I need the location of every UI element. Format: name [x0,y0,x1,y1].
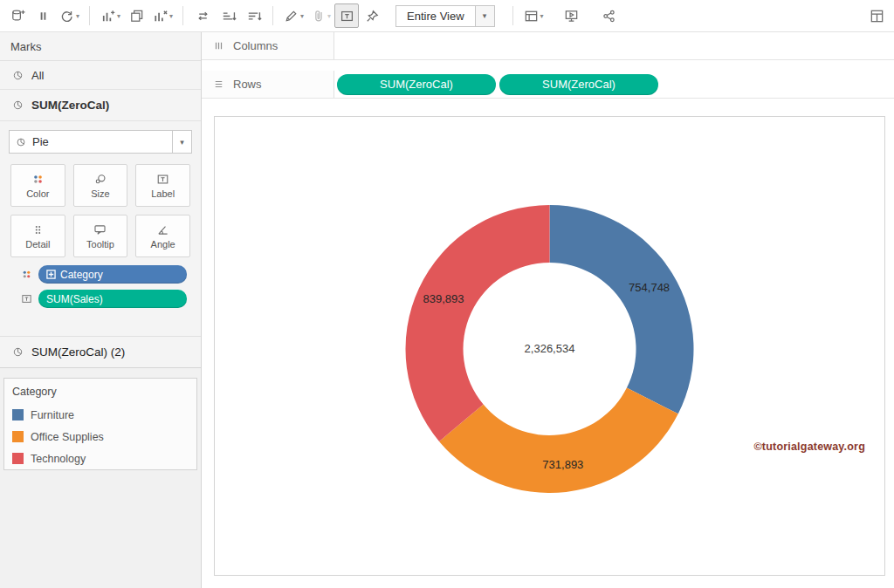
angle-button-label: Angle [151,239,175,250]
toolbar-separator [512,6,513,25]
category-pill[interactable]: Category [38,265,187,284]
highlight-icon [283,8,299,24]
detail-icon [31,222,45,237]
donut-slice-furniture[interactable] [550,205,694,414]
highlight-button[interactable]: ▾ [280,3,306,28]
marks-row-all[interactable]: All [0,61,201,90]
legend-item-label: Office Supplies [31,431,104,443]
label-button-label: Label [151,188,175,199]
marks-buttons: Color Size Label Detail Tooltip [0,164,201,257]
columns-icon [212,39,225,52]
size-button-label: Size [91,188,109,199]
chevron-down-icon: ▾ [169,12,173,20]
group-members-button[interactable]: ▾ [307,3,334,28]
chevron-down-icon: ▾ [540,12,544,20]
slice-value-label: 839,893 [423,292,464,305]
slice-value-label: 754,748 [629,281,670,294]
on-color-icon [19,268,33,281]
angle-button[interactable]: Angle [135,215,190,257]
pause-auto-updates-button[interactable] [31,3,55,28]
sort-ascending-icon [220,8,237,24]
sum-sales-pill[interactable]: SUM(Sales) [38,290,187,308]
duplicate-sheet-icon [128,8,145,24]
plus-box-icon[interactable] [46,270,56,279]
main-toolbar: ▾ ▾ ▾ ▾ ▾ Entire View ▾ [0,0,894,32]
chevron-down-icon: ▾ [76,12,79,20]
sort-ascending-button[interactable] [216,3,240,28]
donut-chart: 754,748731,893839,8932,326,534 [215,117,884,575]
color-button-label: Color [26,188,49,199]
fit-selector[interactable]: Entire View ▾ [395,5,495,27]
marks-row-all-label: All [31,69,44,82]
worksheet-area: Columns Rows SUM(ZeroCal) SUM(ZeroCal) 7… [202,32,894,588]
share-button[interactable] [597,3,622,28]
new-datasource-icon [10,8,26,24]
worksheet-canvas: 754,748731,893839,8932,326,534 ©tutorial… [214,116,885,576]
columns-shelf-label: Columns [202,32,334,59]
marks-row-sum-zerocal-2[interactable]: SUM(ZeroCal) (2) [0,336,201,367]
show-mark-labels-icon [339,8,355,24]
group-members-icon [310,8,327,24]
share-icon [601,8,617,24]
rows-icon [212,78,225,91]
clear-sheet-button[interactable]: ▾ [149,3,175,28]
pie-mark-icon [11,69,24,82]
toolbar-separator [272,6,273,25]
columns-shelf-content[interactable] [334,32,894,59]
show-mark-labels-button[interactable] [334,3,359,28]
pill-row-category: Category [19,265,187,284]
tooltip-button[interactable]: Tooltip [73,215,128,257]
mark-type-value: Pie [32,131,172,153]
clear-sheet-icon [152,8,168,24]
new-worksheet-icon [100,8,116,24]
rows-shelf[interactable]: Rows SUM(ZeroCal) SUM(ZeroCal) [202,71,894,99]
marks-card: Marks All SUM(ZeroCal) Pie ▾ [0,32,201,368]
toolbar-separator [182,6,183,25]
run-update-button[interactable]: ▾ [56,3,82,28]
rows-pill-sum-zerocal-1[interactable]: SUM(ZeroCal) [337,74,496,95]
office-supplies-swatch [12,431,24,442]
watermark: ©tutorialgateway.org [753,441,865,453]
chevron-down-icon: ▾ [327,12,331,20]
rows-shelf-content[interactable]: SUM(ZeroCal) SUM(ZeroCal) [334,71,894,98]
chevron-down-icon[interactable]: ▾ [172,131,191,153]
label-button[interactable]: Label [135,164,190,207]
marks-gap [0,311,201,336]
legend-item-furniture[interactable]: Furniture [4,404,196,426]
chevron-down-icon[interactable]: ▾ [475,6,494,26]
size-button[interactable]: Size [73,164,128,207]
donut-slice-technology[interactable] [406,205,550,441]
tooltip-icon [93,222,107,237]
legend-item-office-supplies[interactable]: Office Supplies [4,426,196,448]
angle-icon [155,222,170,237]
new-datasource-button[interactable] [5,3,30,28]
chevron-down-icon: ▾ [117,12,120,20]
new-worksheet-button[interactable]: ▾ [97,3,123,28]
chevron-down-icon: ▾ [300,12,304,20]
marks-row-sum-zerocal[interactable]: SUM(ZeroCal) [0,90,201,121]
detail-button[interactable]: Detail [10,215,65,257]
pause-auto-updates-icon [35,8,52,24]
sort-descending-button[interactable] [241,3,265,28]
rows-shelf-text: Rows [233,78,262,91]
mark-type-dropdown[interactable]: Pie ▾ [9,130,192,154]
swap-rows-columns-icon [195,8,211,24]
columns-shelf[interactable]: Columns [202,32,894,60]
show-hide-cards-button[interactable]: ▾ [520,3,547,28]
donut-center-total: 2,326,534 [525,342,575,355]
fix-axes-icon [364,8,381,24]
show-me-button[interactable] [864,3,889,28]
fix-axes-button[interactable] [360,3,384,28]
tooltip-button-label: Tooltip [86,239,114,250]
duplicate-sheet-button[interactable] [124,3,148,28]
presentation-mode-button[interactable] [560,3,584,28]
rows-pill-sum-zerocal-2[interactable]: SUM(ZeroCal) [499,74,658,95]
category-pill-label: Category [60,269,103,281]
slice-value-label: 731,893 [542,458,583,471]
color-button[interactable]: Color [10,164,65,207]
swap-rows-columns-button[interactable] [190,3,215,28]
show-me-icon [869,8,885,24]
pie-mark-icon [11,345,24,359]
sort-descending-icon [245,8,262,24]
legend-item-technology[interactable]: Technology [4,448,196,469]
